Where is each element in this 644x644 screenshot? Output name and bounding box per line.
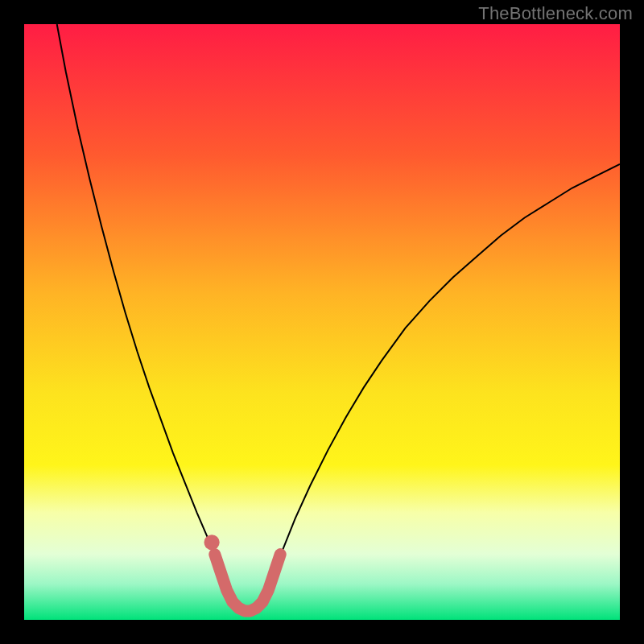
chart-frame: TheBottleneck.com bbox=[0, 0, 644, 644]
gradient-background bbox=[24, 24, 620, 620]
trough-dot bbox=[204, 535, 219, 550]
plot-area bbox=[24, 24, 620, 620]
watermark-text: TheBottleneck.com bbox=[478, 3, 633, 24]
marker-group bbox=[204, 535, 219, 550]
chart-svg bbox=[24, 24, 620, 620]
